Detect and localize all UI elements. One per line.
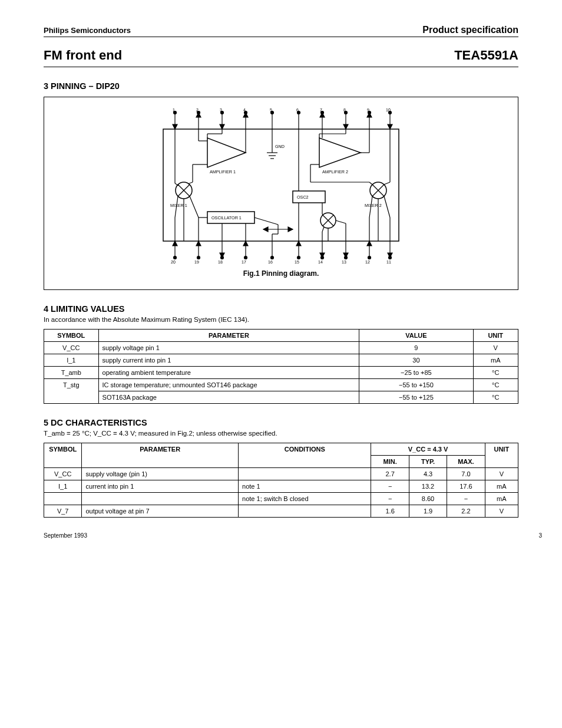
pin-7-label: 7	[320, 108, 322, 112]
abs-r4-val: −55 to +125	[359, 391, 473, 404]
abs-h-param: PARAMETER	[98, 330, 359, 342]
ch-h-min: MIN.	[371, 456, 409, 468]
block-diagram: 1 2 3 4 5 6 7 8 9 10	[122, 106, 440, 265]
pin-13-label: 13	[342, 260, 346, 264]
ch-r0-par: supply voltage (pin 1)	[82, 468, 239, 480]
svg-line-117	[384, 182, 390, 185]
section-char-heading: 5 DC CHARACTERISTICS	[44, 418, 518, 427]
svg-marker-62	[207, 138, 246, 167]
ch-h-vcc: V_CC = 4.3 V	[371, 443, 485, 456]
ch-r2-cond: note 1; switch B closed	[239, 493, 371, 505]
abs-r1-par: supply current into pin 1	[98, 354, 359, 367]
ch-r2-sym	[44, 493, 82, 505]
footer-date: September 1993	[44, 532, 87, 539]
abs-r3-val: −55 to +150	[359, 379, 473, 391]
svg-line-118	[369, 182, 372, 185]
pin-4-label: 4	[243, 108, 246, 112]
pin-8-label: 8	[343, 108, 346, 112]
abs-h-unit: UNIT	[473, 330, 518, 342]
svg-point-44	[297, 256, 300, 259]
svg-point-39	[244, 256, 247, 259]
svg-line-81	[190, 196, 199, 218]
abs-note: In accordance with the Absolute Maximum …	[44, 316, 518, 323]
pin-20-label: 20	[171, 260, 176, 264]
ch-r1-sym: I_1	[44, 480, 82, 493]
ch-r3-min: 1.6	[371, 505, 409, 518]
ch-r1-min: −	[371, 480, 409, 493]
abs-r1-unit: mA	[473, 354, 518, 367]
pin-19-label: 19	[194, 260, 199, 264]
svg-marker-22	[343, 124, 348, 129]
abs-h-value: VALUE	[359, 330, 473, 342]
pin-16-label: 16	[268, 260, 273, 264]
ch-r3-unit: V	[485, 505, 518, 518]
abs-r0-val: 9	[359, 342, 473, 354]
svg-marker-54	[367, 241, 372, 246]
svg-marker-45	[296, 241, 301, 246]
doc-type: Product specification	[422, 25, 518, 35]
abs-r2-sym: T_amb	[44, 367, 99, 379]
ch-r3-cond	[239, 505, 371, 518]
svg-point-53	[368, 256, 371, 259]
section-pinning-heading: 3 PINNING – DIP20	[44, 81, 518, 91]
svg-point-42	[271, 256, 274, 259]
mixer2-label: MIXER 2	[365, 203, 382, 208]
abs-r0-unit: V	[473, 342, 518, 354]
abs-h-symbol: SYMBOL	[44, 330, 99, 342]
ch-r2-max: −	[447, 493, 485, 505]
ch-h-cond: CONDITIONS	[239, 443, 371, 468]
svg-marker-87	[263, 227, 268, 232]
page-header: Philips Semiconductors Product specifica…	[44, 25, 518, 37]
ch-r0-sym: V_CC	[44, 468, 82, 480]
osc2-label: OSC2	[297, 195, 309, 200]
abs-r4-unit: °C	[473, 391, 518, 404]
ch-r0-min: 2.7	[371, 468, 409, 480]
ch-h-symbol: SYMBOL	[44, 443, 82, 468]
pin-11-label: 11	[386, 260, 391, 264]
amp2-label: AMPLIFIER 2	[322, 169, 348, 174]
ch-r0-typ: 4.3	[409, 468, 447, 480]
ch-r1-typ: 13.2	[409, 480, 447, 493]
svg-line-121	[336, 220, 346, 223]
svg-marker-9	[220, 124, 224, 129]
ch-r2-unit: mA	[485, 493, 518, 505]
svg-point-30	[174, 256, 177, 259]
svg-marker-28	[388, 124, 392, 129]
ch-r1-unit: mA	[485, 480, 518, 493]
section-abs-heading: 4 LIMITING VALUES	[44, 304, 518, 314]
title-bar: FM front end TEA5591A	[44, 48, 518, 67]
ch-h-param: PARAMETER	[82, 443, 239, 468]
pin-10-label: 10	[386, 108, 391, 112]
page: Philips Semiconductors Product specifica…	[0, 0, 562, 553]
ch-r3-max: 2.2	[447, 505, 485, 518]
ch-h-unit: UNIT	[485, 443, 518, 468]
svg-point-33	[197, 256, 200, 259]
pin-17-label: 17	[242, 260, 246, 264]
pin-5-label: 5	[270, 108, 272, 112]
abs-r2-par: operating ambient temperature	[98, 367, 359, 379]
dc-char-table: SYMBOL PARAMETER CONDITIONS V_CC = 4.3 V…	[44, 443, 518, 518]
pin-15-label: 15	[295, 260, 299, 264]
abs-r2-val: −25 to +85	[359, 367, 473, 379]
abs-r0-par: supply voltage pin 1	[98, 342, 359, 354]
svg-marker-40	[243, 241, 248, 246]
pin-3-label: 3	[220, 108, 222, 112]
svg-line-76	[188, 182, 193, 184]
pin-1-label: 1	[173, 108, 175, 112]
ch-r1-par: current into pin 1	[82, 480, 239, 493]
abs-r1-val: 30	[359, 354, 473, 367]
figure-1-box: 1 2 3 4 5 6 7 8 9 10	[44, 97, 518, 290]
ch-h-max: MAX.	[447, 456, 485, 468]
page-number: 3	[538, 532, 542, 539]
ch-r0-max: 7.0	[447, 468, 485, 480]
svg-marker-103	[319, 138, 361, 167]
gnd-label: GND	[275, 144, 285, 149]
ch-r1-cond: note 1	[239, 480, 371, 493]
ch-h-typ: TYP.	[409, 456, 447, 468]
ch-r1-max: 17.6	[447, 480, 485, 493]
abs-r3-par: IC storage temperature; unmounted SOT146…	[98, 379, 359, 391]
pin-12-label: 12	[365, 260, 370, 264]
svg-marker-31	[173, 241, 177, 246]
abs-r3-unit: °C	[473, 379, 518, 391]
char-conditions: T_amb = 25 °C; V_CC = 4.3 V; measured in…	[44, 430, 518, 437]
